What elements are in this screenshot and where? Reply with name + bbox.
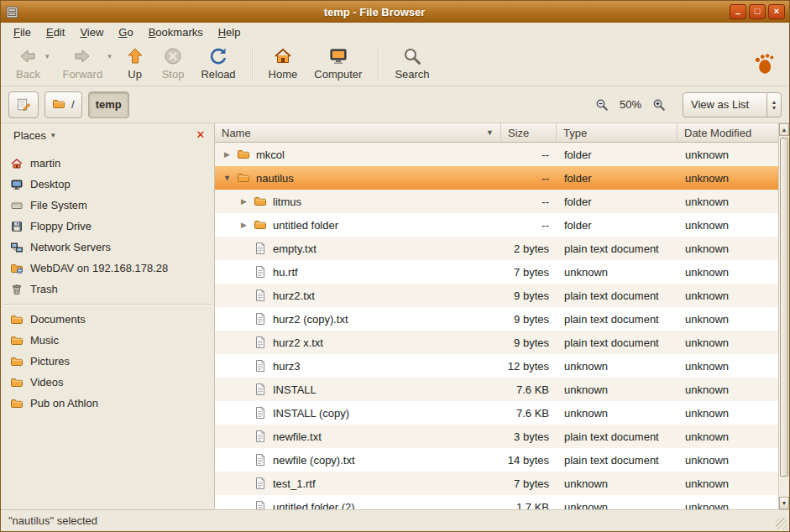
filesystem-icon <box>10 199 24 212</box>
zoom-in-button[interactable] <box>650 96 668 114</box>
scrollbar-thumb[interactable] <box>780 138 788 477</box>
file-row-install-copy[interactable]: INSTALL (copy)7.6 KBunknownunknown <box>215 401 778 425</box>
text-file-icon <box>254 289 267 302</box>
stop-button[interactable]: Stop <box>154 44 193 83</box>
resize-grip[interactable] <box>776 518 787 529</box>
expander-expanded-icon[interactable]: ▼ <box>221 174 233 182</box>
back-history-dropdown-icon[interactable]: ▾ <box>45 52 50 60</box>
type-cell: folder <box>557 219 678 232</box>
sidebar-item-music[interactable]: Music <box>1 330 214 351</box>
scrollbar-track[interactable] <box>779 136 789 497</box>
zoom-out-button[interactable] <box>593 96 611 114</box>
scroll-up-icon[interactable]: ▲ <box>779 123 789 136</box>
date-modified-cell: unknown <box>678 266 778 279</box>
window-title: temp - File Browser <box>23 6 726 18</box>
edit-location-icon <box>16 97 31 112</box>
sidebar-item-documents[interactable]: Documents <box>1 309 214 330</box>
computer-icon <box>328 46 348 66</box>
text-file-icon <box>254 265 267 279</box>
list-header: Name ▼ Size Type Date Modified <box>215 123 778 143</box>
expander-collapsed-icon[interactable]: ▶ <box>238 197 250 206</box>
places-sidebar: Places ▾ ✕ martinDesktopFile SystemFlopp… <box>1 123 215 509</box>
close-button[interactable]: × <box>768 4 785 19</box>
sidebar-item-pub-on-athlon[interactable]: Pub on Athlon <box>1 393 214 414</box>
size-cell: 3 bytes <box>501 430 557 443</box>
file-row-hurz2-txt[interactable]: hurz2.txt9 bytesplain text documentunkno… <box>215 284 778 307</box>
menu-help[interactable]: Help <box>211 24 249 40</box>
column-header-date-modified[interactable]: Date Modified <box>678 123 778 143</box>
sidebar-item-file-system[interactable]: File System <box>1 195 214 216</box>
name-cell: test_1.rtf <box>215 477 501 490</box>
menu-bookmarks[interactable]: Bookmarks <box>141 24 211 40</box>
sidebar-item-desktop[interactable]: Desktop <box>1 174 214 195</box>
path-current-label: temp <box>96 98 122 111</box>
reload-button[interactable]: Reload <box>192 44 243 83</box>
sidebar-item-martin[interactable]: martin <box>1 153 214 174</box>
stop-label: Stop <box>162 68 185 81</box>
expander-collapsed-icon[interactable]: ▶ <box>221 150 233 159</box>
column-header-size[interactable]: Size <box>501 123 557 143</box>
file-row-test-1-rtf[interactable]: test_1.rtf7 bytesunknownunknown <box>215 472 778 495</box>
menu-edit[interactable]: Edit <box>39 24 72 40</box>
floppy-icon <box>10 220 24 233</box>
sidebar-close-button[interactable]: ✕ <box>193 128 208 143</box>
back-button[interactable]: Back <box>8 44 49 83</box>
sort-descending-icon: ▼ <box>486 128 494 137</box>
text-file-icon <box>254 500 267 509</box>
type-cell: folder <box>557 149 678 161</box>
forward-history-dropdown-icon[interactable]: ▾ <box>107 52 112 60</box>
sidebar-item-webdav-on-192-168-178-28[interactable]: WebDAV on 192.168.178.28 <box>1 258 214 279</box>
file-row-hurz2-x-txt[interactable]: hurz2 x.txt9 bytesplain text documentunk… <box>215 331 778 354</box>
name-cell: hurz2.txt <box>215 289 501 302</box>
file-row-mkcol[interactable]: ▶mkcol--folderunknown <box>215 143 778 166</box>
text-file-icon <box>254 336 267 349</box>
computer-button[interactable]: Computer <box>306 44 370 83</box>
scroll-down-icon[interactable]: ▼ <box>779 497 789 509</box>
view-mode-select[interactable]: View as List ▲▼ <box>683 92 782 117</box>
file-name: mkcol <box>256 149 285 161</box>
minimize-button[interactable]: – <box>730 4 746 19</box>
file-row-newfile-txt[interactable]: newfile.txt3 bytesplain text documentunk… <box>215 425 778 448</box>
file-row-untitled-folder[interactable]: ▶untitled folder--folderunknown <box>215 213 778 237</box>
sidebar-item-network-servers[interactable]: Network Servers <box>1 237 214 258</box>
home-button[interactable]: Home <box>260 44 306 83</box>
sidebar-item-pictures[interactable]: Pictures <box>1 351 214 372</box>
up-button[interactable]: Up <box>117 44 154 83</box>
sidebar-header: Places ▾ ✕ <box>1 123 214 147</box>
forward-button[interactable]: Forward <box>54 44 111 83</box>
file-row-hu-rtf[interactable]: hu.rtf7 bytesunknownunknown <box>215 260 778 284</box>
file-row-install[interactable]: INSTALL7.6 KBunknownunknown <box>215 378 778 401</box>
vertical-scrollbar[interactable]: ▲ ▼ <box>778 123 789 509</box>
titlebar[interactable]: temp - File Browser – □ × <box>1 1 789 23</box>
type-cell: plain text document <box>557 430 678 443</box>
expander-collapsed-icon[interactable]: ▶ <box>238 221 250 229</box>
date-modified-cell: unknown <box>678 430 778 443</box>
edit-location-toggle[interactable] <box>8 91 39 118</box>
sidebar-item-floppy-drive[interactable]: Floppy Drive <box>1 216 214 237</box>
sidebar-item-label: Pub on Athlon <box>30 397 98 409</box>
size-cell: -- <box>501 149 557 161</box>
sidebar-item-videos[interactable]: Videos <box>1 372 214 393</box>
sidebar-item-trash[interactable]: Trash <box>1 279 214 300</box>
file-row-hurz3[interactable]: hurz312 bytesunknownunknown <box>215 354 778 378</box>
name-cell: hu.rtf <box>215 265 501 279</box>
file-row-hurz2-copy-txt[interactable]: hurz2 (copy).txt9 bytesplain text docume… <box>215 307 778 331</box>
file-row-empty-txt[interactable]: empty.txt2 bytesplain text documentunkno… <box>215 237 778 260</box>
maximize-button[interactable]: □ <box>749 4 766 19</box>
column-header-type[interactable]: Type <box>557 123 678 143</box>
name-cell: newfile.txt <box>215 430 501 443</box>
column-header-name[interactable]: Name ▼ <box>215 123 501 143</box>
file-row-untitled-folder-2[interactable]: untitled folder (2)1.7 KBunknownunknown <box>215 495 778 509</box>
search-button[interactable]: Search <box>386 44 437 83</box>
places-dropdown[interactable]: Places ▾ <box>7 127 62 144</box>
file-row-nautilus[interactable]: ▼nautilus--folderunknown <box>215 166 778 190</box>
path-current-button[interactable]: temp <box>88 91 129 118</box>
file-row-litmus[interactable]: ▶litmus--folderunknown <box>215 190 778 213</box>
menu-go[interactable]: Go <box>111 24 140 40</box>
menu-view[interactable]: View <box>72 24 111 40</box>
menu-file[interactable]: File <box>6 24 39 40</box>
name-cell: ▶mkcol <box>215 148 501 161</box>
path-root-button[interactable]: / <box>44 91 82 118</box>
folder-icon <box>237 171 250 185</box>
file-row-newfile-copy-txt[interactable]: newfile (copy).txt14 bytesplain text doc… <box>215 448 778 472</box>
